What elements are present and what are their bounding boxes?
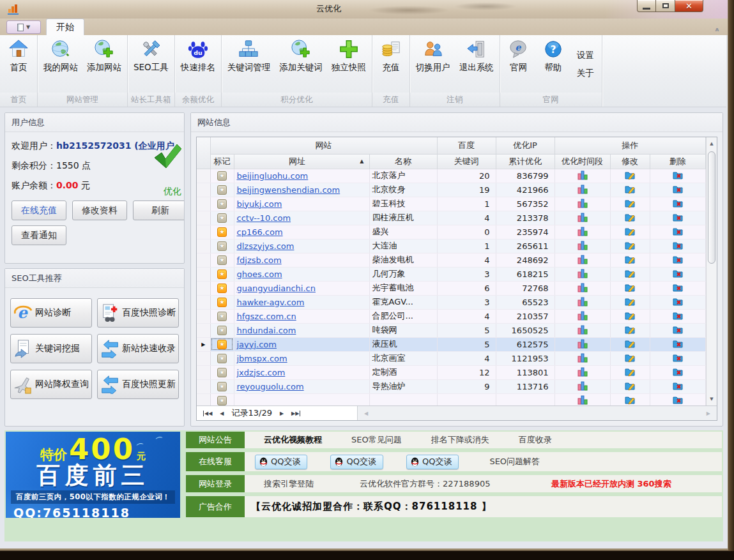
star-icon[interactable]: ★ bbox=[217, 199, 227, 209]
period-button-cell[interactable] bbox=[554, 351, 610, 365]
site-url-link[interactable]: guangyudianchi.cn bbox=[237, 284, 316, 293]
star-icon[interactable]: ★ bbox=[217, 284, 227, 293]
seo-tool-button[interactable]: 百度快照诊断 bbox=[97, 298, 179, 328]
period-button-cell[interactable] bbox=[554, 253, 610, 267]
group-header-ops[interactable]: 操作 bbox=[554, 137, 706, 154]
close-button[interactable]: ✕ bbox=[675, 0, 703, 12]
edit-button-cell[interactable] bbox=[610, 197, 650, 211]
ribbon-button-plus[interactable]: 独立快照 bbox=[327, 36, 371, 93]
edit-button-cell[interactable] bbox=[610, 295, 650, 309]
star-cell[interactable]: ★ bbox=[210, 169, 234, 183]
site-row[interactable]: ★beijingluohu.com北京落户20836799 bbox=[197, 169, 706, 183]
star-cell[interactable]: ★ bbox=[210, 253, 234, 267]
site-url-link[interactable]: jxdzjsc.com bbox=[237, 368, 286, 377]
period-button-cell[interactable] bbox=[554, 197, 610, 211]
qq-chat-button[interactable]: QQ交谈 bbox=[330, 455, 383, 469]
column-header-total[interactable]: 累计优化 bbox=[496, 154, 554, 169]
site-url-link[interactable]: hfgszc.com.cn bbox=[237, 312, 296, 321]
site-row[interactable]: ★jbmspx.com北京画室41121953 bbox=[197, 351, 706, 365]
star-icon[interactable]: ★ bbox=[217, 269, 227, 279]
star-cell[interactable]: ★ bbox=[210, 295, 234, 309]
edit-button-cell[interactable] bbox=[610, 267, 650, 281]
site-row[interactable]: ★guangyudianchi.cn光宇蓄电池672768 bbox=[197, 281, 706, 295]
star-icon[interactable]: ★ bbox=[217, 171, 227, 181]
group-header-baidu[interactable]: 百度 bbox=[437, 137, 496, 154]
period-button-cell[interactable] bbox=[554, 169, 610, 183]
bulletin-link[interactable]: 百度收录 bbox=[519, 434, 552, 446]
ribbon-button-baidu[interactable]: du快速排名 bbox=[176, 36, 220, 93]
ribbon-small-button[interactable]: 关于 bbox=[577, 68, 594, 79]
star-cell[interactable]: ★ bbox=[210, 379, 234, 393]
site-row[interactable]: ★hndundai.com吨袋网51650525 bbox=[197, 323, 706, 337]
star-icon[interactable]: ★ bbox=[217, 396, 227, 405]
edit-button-cell[interactable] bbox=[610, 183, 650, 197]
site-row[interactable]: ★dlzszyjys.com大连油1265611 bbox=[197, 239, 706, 253]
group-header-ip[interactable]: 优化IP bbox=[496, 137, 554, 154]
seo-tool-button[interactable]: 关键词挖掘 bbox=[10, 334, 92, 363]
site-url-link[interactable]: cctv--10.com bbox=[237, 213, 291, 223]
site-row[interactable]: ★cctv--10.com四柱液压机4213378 bbox=[197, 211, 706, 225]
column-header-delete[interactable]: 删除 bbox=[650, 154, 706, 169]
delete-button-cell[interactable] bbox=[650, 169, 706, 183]
star-icon[interactable]: ★ bbox=[217, 340, 227, 349]
star-icon[interactable]: ★ bbox=[217, 298, 227, 307]
delete-button-cell[interactable] bbox=[650, 211, 706, 225]
site-row[interactable]: ▶★jayyj.com液压机5612575 bbox=[197, 337, 706, 351]
edit-button-cell[interactable] bbox=[610, 323, 650, 337]
seo-tool-button[interactable]: 网站降权查询 bbox=[10, 370, 92, 399]
refresh-button[interactable]: 刷新 bbox=[133, 201, 184, 220]
ribbon-button-users[interactable]: 切换用户 bbox=[411, 36, 455, 93]
site-url-link[interactable]: hawker-agv.com bbox=[237, 298, 305, 307]
ribbon-button-coins[interactable]: 充值 bbox=[374, 36, 408, 93]
site-row[interactable]: ★hawker-agv.com霍克AGV...365523 bbox=[197, 295, 706, 309]
column-header-period[interactable]: 优化时间段 bbox=[554, 154, 610, 169]
column-header-mark[interactable]: 标记 bbox=[210, 154, 234, 169]
column-header-url[interactable]: ▲网址 bbox=[234, 154, 369, 169]
tab-start[interactable]: 开始 bbox=[46, 19, 84, 35]
delete-button-cell[interactable] bbox=[650, 183, 706, 197]
period-button-cell[interactable] bbox=[554, 183, 610, 197]
star-cell[interactable]: ★ bbox=[210, 351, 234, 365]
site-url-link[interactable]: fdjzsb.com bbox=[237, 255, 282, 265]
scroll-up-icon[interactable]: ▲ bbox=[707, 139, 717, 149]
ribbon-button-exit[interactable]: 退出系统 bbox=[455, 36, 498, 93]
delete-button-cell[interactable] bbox=[650, 309, 706, 323]
site-url-link[interactable]: biyukj.com bbox=[237, 199, 282, 209]
star-icon[interactable]: ★ bbox=[217, 354, 227, 363]
star-icon[interactable]: ★ bbox=[217, 185, 227, 195]
hscroll-right-icon[interactable]: ▶ bbox=[700, 411, 717, 416]
star-cell[interactable]: ★ bbox=[210, 393, 234, 405]
site-url-link[interactable]: dlzszyjys.com bbox=[237, 241, 294, 251]
scrollbar-thumb[interactable] bbox=[708, 151, 715, 264]
next-record-icon[interactable]: ▶ bbox=[280, 411, 284, 416]
star-cell[interactable]: ★ bbox=[210, 225, 234, 239]
site-row[interactable]: ★fdjzsb.com柴油发电机4248692 bbox=[197, 253, 706, 267]
bulletin-link[interactable]: 云优化视频教程 bbox=[264, 434, 322, 446]
column-header-edit[interactable]: 修改 bbox=[610, 154, 650, 169]
site-url-link[interactable]: ghoes.com bbox=[237, 269, 282, 279]
delete-button-cell[interactable] bbox=[650, 239, 706, 253]
seo-tool-button[interactable]: e网站诊断 bbox=[10, 298, 92, 328]
ribbon-button-tools[interactable]: SEO工具 bbox=[129, 36, 173, 93]
site-url-link[interactable]: beijingluohu.com bbox=[237, 171, 309, 181]
online-recharge-button[interactable]: 在线充值 bbox=[11, 201, 66, 220]
site-row[interactable]: ★ghoes.com几何万象3618215 bbox=[197, 267, 706, 281]
maximize-button[interactable] bbox=[656, 0, 675, 12]
delete-button-cell[interactable] bbox=[650, 281, 706, 295]
ad-banner[interactable]: ⌒ ⌒ 特价 400 元 百度前三 百度前三页内，500以下指数的正规企业词！ … bbox=[6, 432, 180, 518]
site-row[interactable]: ★jxdzjsc.com定制酒12113801 bbox=[197, 365, 706, 379]
bulletin-link[interactable]: 排名下降或消失 bbox=[431, 434, 489, 446]
star-cell[interactable]: ★ bbox=[210, 183, 234, 197]
delete-button-cell[interactable] bbox=[650, 323, 706, 337]
period-button-cell[interactable] bbox=[554, 393, 610, 405]
star-cell[interactable]: ★ bbox=[210, 281, 234, 295]
star-icon[interactable]: ★ bbox=[217, 227, 227, 237]
edit-button-cell[interactable] bbox=[610, 337, 650, 351]
period-button-cell[interactable] bbox=[554, 309, 610, 323]
column-header-name[interactable]: 名称 bbox=[369, 154, 437, 169]
column-header-keywords[interactable]: 关键词 bbox=[437, 154, 496, 169]
edit-button-cell[interactable] bbox=[610, 169, 650, 183]
seo-tool-button[interactable]: 百度快照更新 bbox=[97, 370, 179, 399]
period-button-cell[interactable] bbox=[554, 379, 610, 393]
delete-button-cell[interactable] bbox=[650, 225, 706, 239]
